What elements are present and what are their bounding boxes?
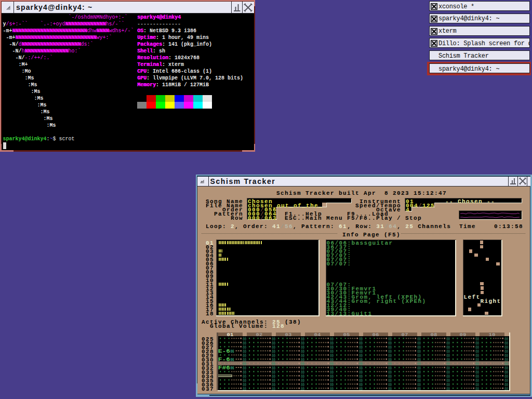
- svg-text:06: 06: [230, 365, 234, 370]
- svg-text:06: 06: [230, 348, 234, 354]
- svg-text:E-6: E-6: [218, 349, 230, 354]
- svg-text:06: 06: [230, 356, 234, 362]
- svg-text:F#6: F#6: [218, 365, 230, 371]
- svg-text:F-6: F-6: [218, 357, 230, 363]
